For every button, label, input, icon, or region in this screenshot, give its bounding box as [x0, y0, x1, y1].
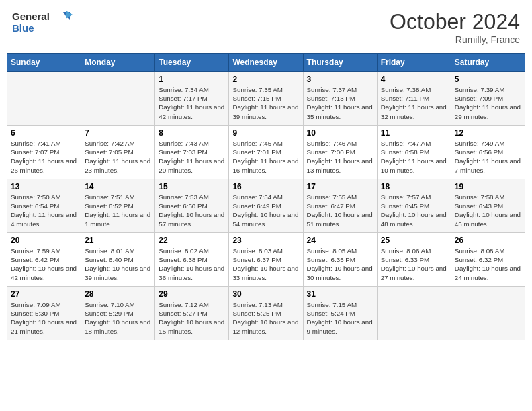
day-number: 26 [455, 236, 521, 245]
cell-3-7: 19Sunrise: 7:58 AM Sunset: 6:43 PM Dayli… [451, 179, 525, 233]
day-number: 8 [159, 128, 225, 138]
day-info: Sunrise: 7:53 AM Sunset: 6:50 PM Dayligh… [159, 193, 225, 228]
cell-1-4: 2Sunrise: 7:35 AM Sunset: 7:15 PM Daylig… [229, 72, 303, 126]
day-info: Sunrise: 8:02 AM Sunset: 6:38 PM Dayligh… [159, 246, 225, 282]
day-number: 22 [159, 236, 225, 245]
cell-3-6: 18Sunrise: 7:57 AM Sunset: 6:45 PM Dayli… [377, 179, 451, 233]
cell-2-2: 7Sunrise: 7:42 AM Sunset: 7:05 PM Daylig… [81, 126, 155, 179]
day-number: 12 [455, 128, 521, 138]
svg-text:Blue: Blue [12, 22, 34, 34]
cell-5-3: 29Sunrise: 7:12 AM Sunset: 5:27 PM Dayli… [155, 287, 229, 340]
cell-1-7: 5Sunrise: 7:39 AM Sunset: 7:09 PM Daylig… [451, 72, 525, 126]
day-number: 16 [232, 182, 299, 191]
day-number: 21 [85, 236, 151, 245]
cell-2-7: 12Sunrise: 7:49 AM Sunset: 6:56 PM Dayli… [451, 126, 525, 179]
cell-2-5: 10Sunrise: 7:46 AM Sunset: 7:00 PM Dayli… [303, 126, 377, 179]
calendar-table: SundayMondayTuesdayWednesdayThursdayFrid… [7, 53, 525, 340]
day-info: Sunrise: 7:15 AM Sunset: 5:24 PM Dayligh… [307, 300, 373, 336]
day-number: 30 [232, 289, 299, 299]
day-info: Sunrise: 7:51 AM Sunset: 6:52 PM Dayligh… [85, 193, 151, 228]
cell-1-5: 3Sunrise: 7:37 AM Sunset: 7:13 PM Daylig… [303, 72, 377, 126]
day-number: 5 [455, 75, 521, 84]
cell-4-7: 26Sunrise: 8:08 AM Sunset: 6:32 PM Dayli… [451, 233, 525, 287]
day-info: Sunrise: 7:58 AM Sunset: 6:43 PM Dayligh… [455, 193, 521, 228]
cell-2-1: 6Sunrise: 7:41 AM Sunset: 7:07 PM Daylig… [7, 126, 81, 179]
cell-4-5: 24Sunrise: 8:05 AM Sunset: 6:35 PM Dayli… [303, 233, 377, 287]
day-info: Sunrise: 7:54 AM Sunset: 6:49 PM Dayligh… [232, 193, 299, 228]
day-number: 3 [307, 75, 373, 84]
day-info: Sunrise: 7:45 AM Sunset: 7:01 PM Dayligh… [232, 139, 299, 175]
day-info: Sunrise: 7:38 AM Sunset: 7:11 PM Dayligh… [381, 85, 447, 121]
cell-4-6: 25Sunrise: 8:06 AM Sunset: 6:33 PM Dayli… [377, 233, 451, 287]
day-info: Sunrise: 7:37 AM Sunset: 7:13 PM Dayligh… [307, 85, 373, 121]
header-monday: Monday [81, 54, 155, 72]
day-number: 6 [11, 128, 77, 138]
day-info: Sunrise: 7:35 AM Sunset: 7:15 PM Dayligh… [232, 85, 299, 121]
cell-4-4: 23Sunrise: 8:03 AM Sunset: 6:37 PM Dayli… [229, 233, 303, 287]
day-info: Sunrise: 7:57 AM Sunset: 6:45 PM Dayligh… [381, 193, 447, 228]
location: Rumilly, France [390, 34, 520, 45]
day-info: Sunrise: 7:59 AM Sunset: 6:42 PM Dayligh… [11, 246, 77, 282]
cell-5-5: 31Sunrise: 7:15 AM Sunset: 5:24 PM Dayli… [303, 287, 377, 340]
cell-3-3: 15Sunrise: 7:53 AM Sunset: 6:50 PM Dayli… [155, 179, 229, 233]
cell-2-4: 9Sunrise: 7:45 AM Sunset: 7:01 PM Daylig… [229, 126, 303, 179]
day-number: 7 [85, 128, 151, 138]
cell-5-6 [377, 287, 451, 340]
day-info: Sunrise: 7:50 AM Sunset: 6:54 PM Dayligh… [11, 193, 77, 228]
cell-3-4: 16Sunrise: 7:54 AM Sunset: 6:49 PM Dayli… [229, 179, 303, 233]
cell-5-4: 30Sunrise: 7:13 AM Sunset: 5:25 PM Dayli… [229, 287, 303, 340]
day-number: 24 [307, 236, 373, 245]
day-info: Sunrise: 7:49 AM Sunset: 6:56 PM Dayligh… [455, 139, 521, 175]
day-number: 15 [159, 182, 225, 191]
header-saturday: Saturday [451, 54, 525, 72]
header-friday: Friday [377, 54, 451, 72]
day-number: 28 [85, 289, 151, 299]
header-row: SundayMondayTuesdayWednesdayThursdayFrid… [7, 54, 525, 72]
day-info: Sunrise: 7:10 AM Sunset: 5:29 PM Dayligh… [85, 300, 151, 336]
logo-svg: General Blue [12, 9, 73, 38]
day-info: Sunrise: 7:39 AM Sunset: 7:09 PM Dayligh… [455, 85, 521, 121]
day-info: Sunrise: 7:46 AM Sunset: 7:00 PM Dayligh… [307, 139, 373, 175]
day-info: Sunrise: 7:47 AM Sunset: 6:58 PM Dayligh… [381, 139, 447, 175]
cell-3-1: 13Sunrise: 7:50 AM Sunset: 6:54 PM Dayli… [7, 179, 81, 233]
day-number: 23 [232, 236, 299, 245]
day-number: 10 [307, 128, 373, 138]
week-row-3: 13Sunrise: 7:50 AM Sunset: 6:54 PM Dayli… [7, 179, 525, 233]
svg-text:General: General [12, 11, 50, 22]
cell-1-1 [7, 72, 81, 126]
day-number: 14 [85, 182, 151, 191]
header-sunday: Sunday [7, 54, 81, 72]
day-number: 9 [232, 128, 299, 138]
cell-3-5: 17Sunrise: 7:55 AM Sunset: 6:47 PM Dayli… [303, 179, 377, 233]
cell-5-2: 28Sunrise: 7:10 AM Sunset: 5:29 PM Dayli… [81, 287, 155, 340]
day-info: Sunrise: 8:03 AM Sunset: 6:37 PM Dayligh… [232, 246, 299, 282]
cell-4-2: 21Sunrise: 8:01 AM Sunset: 6:40 PM Dayli… [81, 233, 155, 287]
day-number: 11 [381, 128, 447, 138]
title-area: October 2024 Rumilly, France [390, 9, 520, 45]
day-info: Sunrise: 7:55 AM Sunset: 6:47 PM Dayligh… [307, 193, 373, 228]
cell-3-2: 14Sunrise: 7:51 AM Sunset: 6:52 PM Dayli… [81, 179, 155, 233]
header-thursday: Thursday [303, 54, 377, 72]
day-number: 2 [232, 75, 299, 84]
day-info: Sunrise: 8:06 AM Sunset: 6:33 PM Dayligh… [381, 246, 447, 282]
day-number: 19 [455, 182, 521, 191]
cell-5-1: 27Sunrise: 7:09 AM Sunset: 5:30 PM Dayli… [7, 287, 81, 340]
logo: General Blue [12, 9, 73, 38]
day-number: 13 [11, 182, 77, 191]
header-tuesday: Tuesday [155, 54, 229, 72]
cell-1-6: 4Sunrise: 7:38 AM Sunset: 7:11 PM Daylig… [377, 72, 451, 126]
cell-5-7 [451, 287, 525, 340]
header-wednesday: Wednesday [229, 54, 303, 72]
page-header: General Blue October 2024 Rumilly, Franc… [7, 7, 525, 48]
day-info: Sunrise: 7:13 AM Sunset: 5:25 PM Dayligh… [232, 300, 299, 336]
day-number: 17 [307, 182, 373, 191]
day-number: 20 [11, 236, 77, 245]
cell-2-3: 8Sunrise: 7:43 AM Sunset: 7:03 PM Daylig… [155, 126, 229, 179]
day-info: Sunrise: 8:08 AM Sunset: 6:32 PM Dayligh… [455, 246, 521, 282]
day-info: Sunrise: 7:42 AM Sunset: 7:05 PM Dayligh… [85, 139, 151, 175]
week-row-1: 1Sunrise: 7:34 AM Sunset: 7:17 PM Daylig… [7, 72, 525, 126]
day-number: 25 [381, 236, 447, 245]
day-info: Sunrise: 7:09 AM Sunset: 5:30 PM Dayligh… [11, 300, 77, 336]
day-info: Sunrise: 7:43 AM Sunset: 7:03 PM Dayligh… [159, 139, 225, 175]
day-info: Sunrise: 7:34 AM Sunset: 7:17 PM Dayligh… [159, 85, 225, 121]
